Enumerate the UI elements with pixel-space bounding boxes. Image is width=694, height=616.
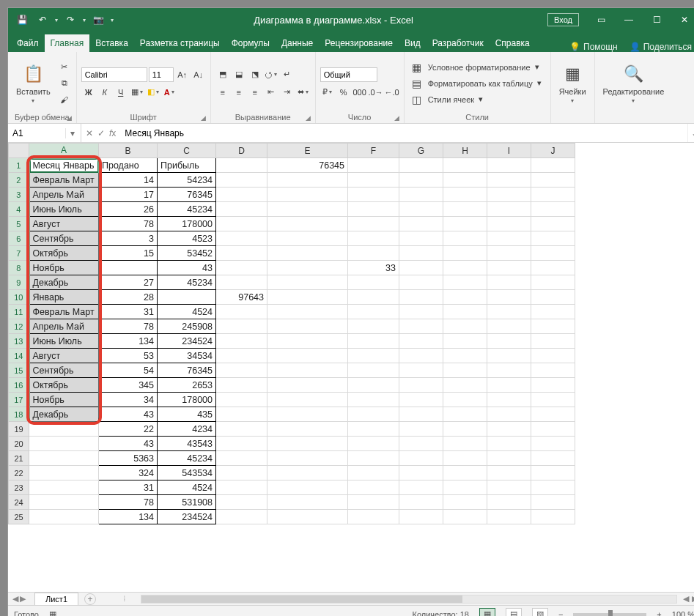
cell-I18[interactable] [487, 407, 531, 422]
cell-C14[interactable]: 34534 [158, 349, 216, 363]
cell-J11[interactable] [531, 305, 575, 319]
cell-I10[interactable] [487, 290, 531, 305]
cell-F19[interactable] [348, 422, 399, 437]
cell-I16[interactable] [487, 378, 531, 393]
cell-E17[interactable] [267, 393, 348, 407]
column-header-G[interactable]: G [399, 144, 443, 158]
cell-I12[interactable] [487, 319, 531, 334]
cell-E25[interactable] [267, 510, 348, 524]
row-header-4[interactable]: 4 [9, 202, 29, 217]
accept-formula-icon[interactable]: ✓ [97, 128, 105, 138]
cell-I2[interactable] [487, 173, 531, 188]
cell-A24[interactable] [29, 495, 99, 510]
camera-icon[interactable]: 📷 [90, 12, 106, 28]
ribbon-options-icon[interactable]: ▭ [588, 10, 614, 30]
cell-G23[interactable] [399, 480, 443, 495]
cell-B8[interactable] [99, 261, 158, 275]
cell-I21[interactable] [487, 451, 531, 466]
save-icon[interactable]: 💾 [14, 12, 30, 28]
cell-C9[interactable]: 45234 [158, 275, 216, 290]
cell-E18[interactable] [267, 407, 348, 422]
cell-G19[interactable] [399, 422, 443, 437]
cell-J21[interactable] [531, 451, 575, 466]
cell-I25[interactable] [487, 510, 531, 524]
maximize-button[interactable]: ☐ [643, 10, 670, 30]
cell-F24[interactable] [348, 495, 399, 510]
cell-I5[interactable] [487, 217, 531, 231]
cell-J15[interactable] [531, 363, 575, 378]
cell-J4[interactable] [531, 202, 575, 217]
cell-I6[interactable] [487, 231, 531, 246]
cell-D23[interactable] [216, 480, 267, 495]
cell-G11[interactable] [399, 305, 443, 319]
name-box[interactable]: ▾ [8, 124, 81, 142]
cell-D8[interactable] [216, 261, 267, 275]
cell-F12[interactable] [348, 319, 399, 334]
cell-B7[interactable]: 15 [99, 246, 158, 261]
cell-G18[interactable] [399, 407, 443, 422]
increase-decimal-icon[interactable]: .0→ [369, 85, 383, 100]
cell-B6[interactable]: 3 [99, 231, 158, 246]
cell-A11[interactable]: Февраль Март [29, 305, 99, 319]
cell-J8[interactable] [531, 261, 575, 275]
cell-E11[interactable] [267, 305, 348, 319]
zoom-slider[interactable] [573, 613, 646, 616]
cell-A1[interactable]: Месяц Январь [29, 158, 99, 173]
cell-styles-button[interactable]: ◫Стили ячеек ▾ [409, 92, 543, 107]
cell-D15[interactable] [216, 363, 267, 378]
share-button[interactable]: 👤 Поделиться [624, 42, 694, 52]
number-format-select[interactable] [320, 67, 377, 82]
cell-I7[interactable] [487, 246, 531, 261]
name-box-input[interactable] [8, 128, 65, 138]
row-header-22[interactable]: 22 [9, 466, 29, 480]
cell-E20[interactable] [267, 437, 348, 451]
zoom-out-icon[interactable]: − [558, 610, 563, 617]
cell-I14[interactable] [487, 349, 531, 363]
cell-D25[interactable] [216, 510, 267, 524]
sheet-next-icon[interactable]: ▶ [20, 594, 26, 604]
cell-B15[interactable]: 54 [99, 363, 158, 378]
cell-B11[interactable]: 31 [99, 305, 158, 319]
cell-C2[interactable]: 54234 [158, 173, 216, 188]
percent-icon[interactable]: % [336, 85, 351, 100]
cut-icon[interactable]: ✂ [57, 60, 72, 75]
cell-G9[interactable] [399, 275, 443, 290]
column-header-I[interactable]: I [487, 144, 531, 158]
currency-icon[interactable]: ₽ [320, 85, 335, 100]
row-header-18[interactable]: 18 [9, 407, 29, 422]
row-header-2[interactable]: 2 [9, 173, 29, 188]
cell-A23[interactable] [29, 480, 99, 495]
cell-B10[interactable]: 28 [99, 290, 158, 305]
cell-D14[interactable] [216, 349, 267, 363]
cell-B9[interactable]: 27 [99, 275, 158, 290]
row-header-16[interactable]: 16 [9, 378, 29, 393]
cell-E15[interactable] [267, 363, 348, 378]
cell-F9[interactable] [348, 275, 399, 290]
cell-H18[interactable] [443, 407, 487, 422]
cell-E24[interactable] [267, 495, 348, 510]
align-top-icon[interactable]: ⬒ [215, 67, 230, 82]
cell-G10[interactable] [399, 290, 443, 305]
cell-F16[interactable] [348, 378, 399, 393]
tab-рецензирование[interactable]: Рецензирование [319, 34, 399, 52]
cell-B3[interactable]: 17 [99, 188, 158, 202]
cell-C5[interactable]: 178000 [158, 217, 216, 231]
cell-F23[interactable] [348, 480, 399, 495]
cell-F1[interactable] [348, 158, 399, 173]
cell-A19[interactable] [29, 422, 99, 437]
cancel-formula-icon[interactable]: ✕ [86, 128, 93, 138]
cell-C22[interactable]: 543534 [158, 466, 216, 480]
signin-button[interactable]: Вход [547, 13, 579, 26]
column-header-C[interactable]: C [158, 144, 216, 158]
cell-F6[interactable] [348, 231, 399, 246]
cell-H16[interactable] [443, 378, 487, 393]
cell-A6[interactable]: Сентябрь [29, 231, 99, 246]
cell-A16[interactable]: Октябрь [29, 378, 99, 393]
cell-J12[interactable] [531, 319, 575, 334]
cell-J3[interactable] [531, 188, 575, 202]
cell-J23[interactable] [531, 480, 575, 495]
cell-J17[interactable] [531, 393, 575, 407]
sheet-prev-icon[interactable]: ◀ [12, 594, 18, 604]
cell-H24[interactable] [443, 495, 487, 510]
cell-H8[interactable] [443, 261, 487, 275]
